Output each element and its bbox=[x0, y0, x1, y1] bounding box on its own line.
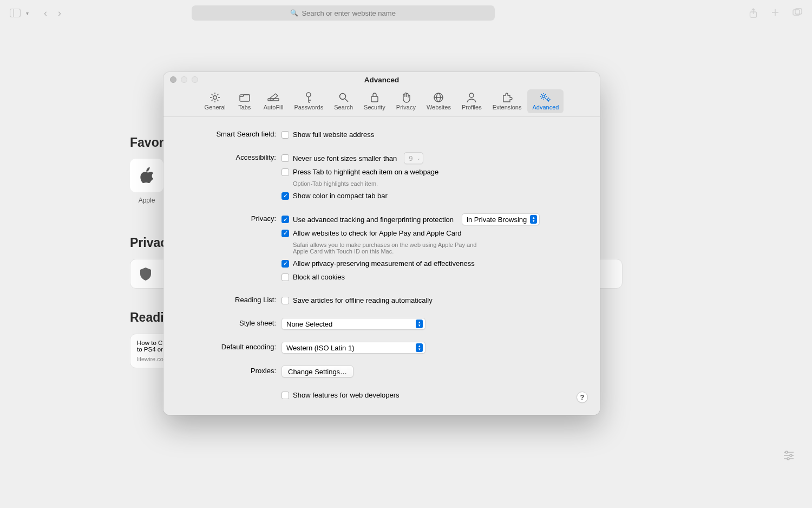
hand-icon bbox=[400, 92, 412, 103]
tab-security[interactable]: Security bbox=[359, 89, 390, 113]
style-sheet-label: Style sheet: bbox=[175, 318, 281, 327]
svg-point-23 bbox=[339, 94, 345, 100]
new-tab-icon[interactable] bbox=[771, 8, 780, 18]
search-icon: 🔍 bbox=[290, 9, 298, 17]
gears-icon bbox=[539, 92, 552, 103]
change-proxies-button[interactable]: Change Settings… bbox=[281, 366, 353, 377]
tab-label: Extensions bbox=[493, 104, 522, 110]
svg-line-15 bbox=[212, 100, 213, 101]
show-color-checkbox[interactable] bbox=[281, 192, 289, 200]
svg-rect-0 bbox=[10, 9, 21, 17]
svg-point-30 bbox=[542, 95, 545, 98]
svg-point-45 bbox=[785, 451, 788, 453]
svg-line-36 bbox=[545, 98, 546, 99]
tab-privacy[interactable]: Privacy bbox=[391, 89, 421, 113]
pencil-icon bbox=[267, 92, 280, 103]
help-button[interactable]: ? bbox=[577, 392, 588, 403]
default-encoding-value: Western (ISO Latin 1) bbox=[286, 344, 354, 352]
font-size-value: 9 bbox=[409, 154, 412, 162]
tab-profiles[interactable]: Profiles bbox=[457, 89, 487, 113]
block-cookies-label: Block all cookies bbox=[293, 273, 345, 281]
accessibility-label: Accessibility: bbox=[175, 152, 281, 161]
svg-rect-17 bbox=[240, 95, 250, 101]
privacy-label: Privacy: bbox=[175, 213, 281, 223]
customize-start-page-icon[interactable] bbox=[783, 451, 795, 460]
tab-overview-icon[interactable] bbox=[793, 8, 802, 18]
show-full-address-label: Show full website address bbox=[293, 131, 374, 139]
show-developer-features-checkbox[interactable] bbox=[281, 392, 289, 399]
save-offline-checkbox[interactable] bbox=[281, 297, 289, 304]
stepper-icon: ▴▾ bbox=[416, 320, 423, 328]
lock-icon bbox=[368, 92, 381, 103]
tracking-mode-select[interactable]: in Private Browsing ▴▾ bbox=[462, 213, 540, 225]
address-bar-placeholder: Search or enter website name bbox=[302, 9, 395, 17]
default-encoding-select[interactable]: Western (ISO Latin 1) ▴▾ bbox=[281, 342, 425, 354]
gear-icon bbox=[208, 92, 221, 103]
svg-line-37 bbox=[541, 98, 542, 99]
stepper-icon: ▴▾ bbox=[416, 343, 423, 352]
ad-measurement-checkbox[interactable] bbox=[281, 260, 289, 268]
tab-label: Passwords bbox=[294, 104, 323, 110]
chevron-down-icon[interactable]: ▾ bbox=[26, 10, 29, 16]
tab-label: Websites bbox=[427, 104, 451, 110]
puzzle-icon bbox=[501, 92, 514, 103]
svg-line-24 bbox=[345, 99, 348, 102]
never-font-smaller-label: Never use font sizes smaller than bbox=[293, 154, 397, 162]
preferences-window: Advanced General Tabs AutoFill Passwords… bbox=[163, 72, 600, 415]
svg-point-8 bbox=[213, 96, 217, 99]
never-font-smaller-checkbox[interactable] bbox=[281, 154, 289, 162]
svg-point-49 bbox=[787, 458, 789, 460]
globe-icon bbox=[432, 92, 445, 103]
show-full-address-checkbox[interactable] bbox=[281, 131, 289, 139]
default-encoding-label: Default encoding: bbox=[175, 342, 281, 351]
style-sheet-select[interactable]: None Selected ▴▾ bbox=[281, 318, 425, 330]
smart-search-label: Smart Search field: bbox=[175, 129, 281, 138]
favorite-tile-apple[interactable] bbox=[130, 159, 163, 192]
show-color-label: Show color in compact tab bar bbox=[293, 192, 388, 200]
window-title: Advanced bbox=[163, 76, 600, 84]
share-icon[interactable] bbox=[749, 8, 758, 18]
chevron-down-icon: ⌄ bbox=[417, 156, 421, 161]
tab-tabs[interactable]: Tabs bbox=[232, 89, 258, 113]
tab-advanced[interactable]: Advanced bbox=[527, 89, 564, 113]
block-cookies-checkbox[interactable] bbox=[281, 273, 289, 281]
forward-button[interactable]: › bbox=[58, 8, 61, 19]
font-size-select[interactable]: 9 ⌄ bbox=[404, 152, 423, 164]
tab-autofill[interactable]: AutoFill bbox=[259, 89, 289, 113]
tab-label: Advanced bbox=[532, 104, 559, 110]
browser-toolbar: ▾ ‹ › 🔍 Search or enter website name bbox=[0, 0, 812, 26]
tab-search[interactable]: Search bbox=[329, 89, 358, 113]
tab-label: Security bbox=[364, 104, 385, 110]
advanced-tracking-checkbox[interactable] bbox=[281, 216, 289, 223]
sidebar-toggle-icon[interactable] bbox=[10, 9, 21, 17]
help-label: ? bbox=[580, 393, 585, 401]
tab-passwords[interactable]: Passwords bbox=[289, 89, 328, 113]
save-offline-label: Save articles for offline reading automa… bbox=[293, 296, 433, 304]
search-icon bbox=[337, 92, 350, 103]
press-tab-checkbox[interactable] bbox=[281, 168, 289, 176]
svg-line-16 bbox=[217, 94, 218, 95]
person-icon bbox=[465, 92, 478, 103]
address-bar[interactable]: 🔍 Search or enter website name bbox=[192, 5, 495, 21]
change-proxies-label: Change Settings… bbox=[288, 368, 347, 376]
tab-label: Profiles bbox=[462, 104, 482, 110]
svg-point-47 bbox=[790, 454, 792, 457]
tabs-icon bbox=[238, 92, 251, 103]
tab-extensions[interactable]: Extensions bbox=[488, 89, 527, 113]
apple-pay-checkbox[interactable] bbox=[281, 230, 289, 237]
back-button[interactable]: ‹ bbox=[44, 8, 47, 19]
option-tab-hint: Option-Tab highlights each item. bbox=[293, 180, 488, 187]
svg-line-14 bbox=[217, 100, 218, 101]
svg-rect-25 bbox=[371, 96, 378, 102]
tab-general[interactable]: General bbox=[200, 89, 231, 113]
preferences-body: Smart Search field: Show full website ad… bbox=[163, 117, 600, 415]
tab-label: Privacy bbox=[396, 104, 416, 110]
window-titlebar: Advanced bbox=[163, 72, 600, 87]
tab-websites[interactable]: Websites bbox=[422, 89, 456, 113]
svg-point-19 bbox=[306, 93, 311, 97]
favorite-label: Apple bbox=[130, 197, 163, 204]
ad-measurement-label: Allow privacy-preserving measurement of … bbox=[293, 259, 475, 268]
svg-line-13 bbox=[212, 94, 213, 95]
press-tab-label: Press Tab to highlight each item on a we… bbox=[293, 168, 438, 176]
apple-pay-label: Allow websites to check for Apple Pay an… bbox=[293, 229, 461, 237]
